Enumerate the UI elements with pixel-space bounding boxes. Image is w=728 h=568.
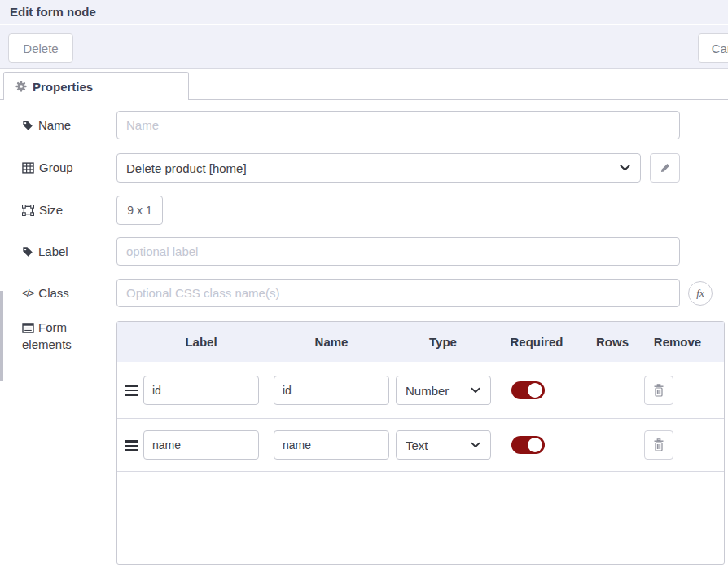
chevron-down-icon [471, 442, 480, 448]
required-toggle[interactable] [511, 436, 545, 454]
row-label-input[interactable] [143, 430, 259, 460]
label-field-label: Label [22, 237, 68, 266]
remove-row-button[interactable] [644, 376, 673, 405]
expression-button[interactable]: fx [688, 281, 713, 306]
size-field-label: Size [22, 196, 63, 224]
row-name-input[interactable] [274, 376, 389, 405]
left-scrollbar-track[interactable] [2, 0, 2, 568]
code-icon: </> [22, 288, 33, 299]
row-type-select[interactable]: Number [396, 376, 491, 405]
table-row: Number [117, 362, 724, 419]
column-header-label: Label [185, 322, 217, 362]
column-header-type: Type [429, 322, 457, 362]
dialog-toolbar: Delete Cancel [0, 25, 728, 69]
column-header-required: Required [510, 322, 563, 362]
form-elements-table-header: Label Name Type Required Rows Remove [117, 322, 724, 362]
edit-form-node-dialog: Edit form node Delete Cancel Properties [0, 0, 728, 568]
row-type-value: Text [406, 438, 428, 452]
size-icon [22, 205, 34, 216]
column-header-remove: Remove [654, 322, 701, 362]
chevron-down-icon [620, 165, 630, 171]
cancel-button[interactable]: Cancel [698, 33, 728, 63]
row-type-select[interactable]: Text [396, 430, 491, 460]
edit-group-button[interactable] [650, 153, 680, 183]
toggle-knob [528, 383, 542, 398]
table-icon [22, 162, 34, 174]
row-type-value: Number [406, 384, 449, 398]
row-separator [117, 471, 724, 472]
remove-row-button[interactable] [644, 430, 673, 460]
chevron-down-icon [471, 387, 480, 394]
toggle-knob [528, 438, 542, 452]
form-elements-field-label: Form elements [22, 319, 103, 353]
column-header-name: Name [315, 322, 349, 362]
group-select-value: Delete product [home] [126, 161, 247, 175]
class-input[interactable] [116, 279, 680, 307]
list-alt-icon [22, 323, 34, 333]
required-toggle[interactable] [511, 381, 545, 399]
column-header-rows: Rows [596, 322, 629, 362]
trash-icon [653, 384, 664, 397]
group-field-label: Group [22, 153, 73, 182]
trash-icon [653, 438, 664, 451]
delete-button[interactable]: Delete [8, 33, 73, 63]
pencil-icon [660, 162, 671, 174]
label-input[interactable] [116, 237, 680, 266]
group-select[interactable]: Delete product [home] [116, 153, 641, 183]
row-name-input[interactable] [274, 430, 389, 460]
left-scrollbar-thumb[interactable] [0, 291, 3, 381]
tag-icon [22, 246, 33, 258]
row-label-input[interactable] [143, 376, 259, 405]
name-input[interactable] [116, 111, 680, 139]
form-elements-table: Label Name Type Required Rows Remove Num… [116, 321, 725, 565]
class-field-label: </> Class [22, 279, 69, 307]
gear-icon [15, 81, 27, 92]
drag-handle-icon[interactable] [125, 385, 138, 396]
table-row: Text [117, 419, 724, 472]
tab-properties[interactable]: Properties [3, 72, 189, 100]
tab-properties-label: Properties [33, 80, 93, 94]
tab-bar: Properties [0, 69, 728, 100]
dialog-titlebar: Edit form node [0, 0, 728, 24]
drag-handle-icon[interactable] [125, 440, 138, 451]
tag-icon [22, 120, 33, 131]
dialog-title: Edit form node [10, 5, 96, 19]
name-field-label: Name [22, 111, 71, 139]
size-button[interactable]: 9 x 1 [116, 196, 163, 225]
